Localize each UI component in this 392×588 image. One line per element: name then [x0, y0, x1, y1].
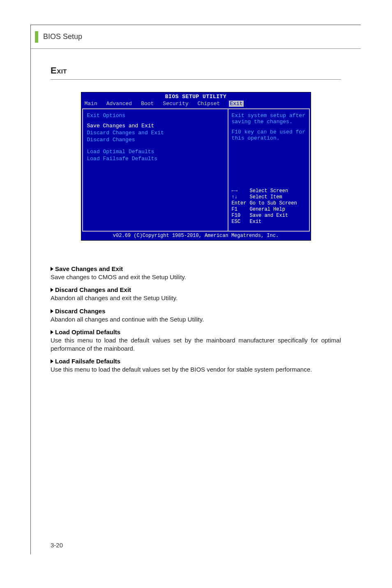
spacer — [87, 144, 224, 149]
bios-help-line1: Exit system setup after saving the chang… — [232, 113, 306, 125]
menu-save-changes-exit[interactable]: Save Changes and Exit — [87, 123, 224, 129]
bios-tab-exit[interactable]: Exit — [229, 101, 243, 107]
desc-discard-changes: Discard Changes Abandon all changes and … — [51, 308, 341, 324]
key-esc: ESCExit — [232, 219, 306, 225]
page-content: Exit BIOS SETUP UTILITY Main Advanced Bo… — [31, 49, 361, 374]
bios-body: Exit Options Save Changes and Exit Disca… — [81, 108, 311, 232]
bios-right-pane: Exit system setup after saving the chang… — [228, 108, 310, 232]
bios-help-line2: F10 key can be used for this operation. — [232, 129, 306, 141]
page-number: 3-20 — [51, 542, 63, 549]
desc-text: Abandon all changes and exit the Setup U… — [51, 294, 341, 302]
triangle-icon — [51, 309, 53, 313]
desc-load-failsafe-defaults: Load Failsafe Defaults Use this menu to … — [51, 358, 341, 374]
key-select-screen: ←→Select Screen — [232, 188, 306, 194]
desc-text: Save changes to CMOS and exit the Setup … — [51, 273, 341, 281]
menu-discard-changes[interactable]: Discard Changes — [87, 137, 224, 143]
menu-load-optimal-defaults[interactable]: Load Optimal Defaults — [87, 149, 224, 155]
page-header: BIOS Setup — [31, 25, 361, 49]
desc-text: Use this menu to load the default values… — [51, 365, 341, 374]
desc-text: Use this menu to load the default values… — [51, 336, 341, 353]
desc-title: Load Optimal Defaults — [55, 328, 120, 335]
exit-options-heading: Exit Options — [87, 113, 224, 119]
desc-title: Discard Changes — [55, 308, 106, 315]
desc-load-optimal-defaults: Load Optimal Defaults Use this menu to l… — [51, 328, 341, 353]
menu-discard-changes-exit[interactable]: Discard Changes and Exit — [87, 130, 224, 136]
bios-copyright: v02.69 (C)Copyright 1985-2010, American … — [81, 232, 311, 240]
desc-discard-changes-exit: Discard Changes and Exit Abandon all cha… — [51, 286, 341, 302]
menu-load-failsafe-defaults[interactable]: Load Failsafe Defaults — [87, 156, 224, 162]
triangle-icon — [51, 330, 53, 334]
triangle-icon — [51, 267, 53, 271]
key-select-item: ↑↓Select Item — [232, 194, 306, 200]
header-title: BIOS Setup — [43, 32, 82, 41]
bios-screenshot: BIOS SETUP UTILITY Main Advanced Boot Se… — [81, 92, 311, 241]
desc-title: Save Changes and Exit — [55, 265, 123, 272]
triangle-icon — [51, 359, 53, 363]
bios-tab-security[interactable]: Security — [163, 101, 188, 107]
bios-tab-main[interactable]: Main — [85, 101, 97, 107]
spacer — [232, 125, 306, 129]
bios-help-text: Exit system setup after saving the chang… — [228, 109, 309, 185]
bios-utility-title: BIOS SETUP UTILITY — [81, 92, 311, 100]
desc-title: Discard Changes and Exit — [55, 286, 131, 293]
desc-title: Load Failsafe Defaults — [55, 358, 120, 365]
header-accent-bar — [35, 31, 38, 43]
bios-tab-advanced[interactable]: Advanced — [106, 101, 132, 107]
bios-tab-boot[interactable]: Boot — [141, 101, 154, 107]
key-f10: F10Save and Exit — [232, 213, 306, 218]
bios-left-pane: Exit Options Save Changes and Exit Disca… — [82, 108, 228, 232]
key-f1: F1General Help — [232, 207, 306, 212]
desc-save-changes-exit: Save Changes and Exit Save changes to CM… — [51, 265, 341, 281]
bios-key-legend: ←→Select Screen ↑↓Select Item EnterGo to… — [228, 185, 309, 231]
section-title: Exit — [51, 65, 341, 80]
desc-text: Abandon all changes and continue with th… — [51, 315, 341, 324]
triangle-icon — [51, 288, 53, 292]
page-frame: BIOS Setup Exit BIOS SETUP UTILITY Main … — [30, 25, 361, 554]
bios-tab-bar: Main Advanced Boot Security Chipset Exit — [81, 100, 311, 108]
bios-tab-chipset[interactable]: Chipset — [198, 101, 220, 107]
key-enter: EnterGo to Sub Screen — [232, 200, 306, 206]
